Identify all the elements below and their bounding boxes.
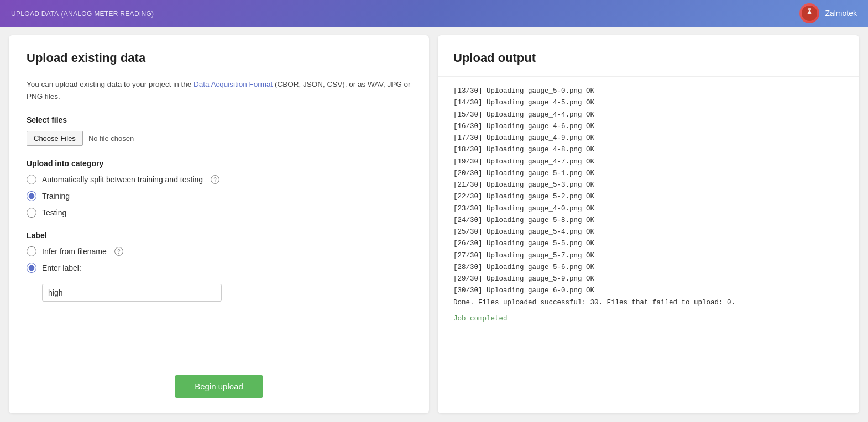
description: You can upload existing data to your pro… bbox=[27, 78, 411, 102]
category-radio-group: Automatically split between training and… bbox=[27, 175, 411, 218]
output-line: [17/30] Uploading gauge_4-9.png OK bbox=[453, 133, 844, 144]
radio-infer-filename-input[interactable] bbox=[27, 246, 36, 256]
file-section: Select files Choose Files No file chosen bbox=[27, 115, 411, 146]
label-section-title: Label bbox=[27, 231, 411, 240]
upload-btn-row: Begin upload bbox=[27, 353, 411, 398]
output-line: [16/30] Uploading gauge_4-6.png OK bbox=[453, 121, 844, 133]
radio-auto-split[interactable]: Automatically split between training and… bbox=[27, 175, 411, 184]
avatar bbox=[799, 3, 819, 23]
radio-testing[interactable]: Testing bbox=[27, 208, 411, 218]
daf-link[interactable]: Data Acquisition Format bbox=[194, 80, 273, 88]
radio-training-label: Training bbox=[42, 192, 70, 201]
output-line: [24/30] Uploading gauge_5-8.png OK bbox=[453, 215, 844, 226]
output-line: [23/30] Uploading gauge_4-0.png OK bbox=[453, 203, 844, 215]
app-subtitle: (ANALOG METER READING) bbox=[61, 10, 154, 18]
radio-enter-label[interactable]: Enter label: bbox=[27, 263, 411, 273]
radio-auto-split-label: Automatically split between training and… bbox=[42, 175, 203, 184]
output-line: [18/30] Uploading gauge_4-8.png OK bbox=[453, 144, 844, 156]
radio-infer-filename[interactable]: Infer from filename ? bbox=[27, 246, 411, 256]
svg-point-1 bbox=[808, 8, 811, 11]
radio-enter-label-input[interactable] bbox=[27, 263, 36, 273]
output-line: [27/30] Uploading gauge_5-7.png OK bbox=[453, 250, 844, 262]
app-name: UPLOAD DATA bbox=[11, 10, 59, 18]
app-header: UPLOAD DATA (ANALOG METER READING) Zalmo… bbox=[0, 0, 868, 27]
select-files-label: Select files bbox=[27, 115, 411, 124]
label-text-input[interactable] bbox=[42, 284, 222, 302]
infer-filename-help-icon[interactable]: ? bbox=[114, 247, 123, 256]
auto-split-help-icon[interactable]: ? bbox=[211, 175, 219, 184]
output-line: [22/30] Uploading gauge_5-2.png OK bbox=[453, 191, 844, 203]
output-line: [28/30] Uploading gauge_5-6.png OK bbox=[453, 262, 844, 273]
upload-form-panel: Upload existing data You can upload exis… bbox=[9, 35, 429, 413]
desc-prefix: You can upload existing data to your pro… bbox=[27, 80, 194, 88]
file-input-row: Choose Files No file chosen bbox=[27, 131, 411, 146]
output-line: [21/30] Uploading gauge_5-3.png OK bbox=[453, 180, 844, 191]
output-line: [13/30] Uploading gauge_5-0.png OK bbox=[453, 86, 844, 97]
user-menu[interactable]: Zalmotek bbox=[799, 3, 857, 23]
output-line: Done. Files uploaded successful: 30. Fil… bbox=[453, 297, 844, 309]
output-line: [25/30] Uploading gauge_5-4.png OK bbox=[453, 226, 844, 238]
upload-category-label: Upload into category bbox=[27, 159, 411, 168]
right-panel-title: Upload output bbox=[438, 35, 859, 77]
label-radio-group: Infer from filename ? Enter label: bbox=[27, 246, 411, 302]
begin-upload-button[interactable]: Begin upload bbox=[175, 375, 263, 398]
main-content: Upload existing data You can upload exis… bbox=[0, 27, 868, 422]
output-line: [26/30] Uploading gauge_5-5.png OK bbox=[453, 238, 844, 250]
radio-enter-label-text: Enter label: bbox=[42, 263, 81, 272]
radio-infer-filename-label: Infer from filename bbox=[42, 247, 107, 256]
output-line: [19/30] Uploading gauge_4-7.png OK bbox=[453, 156, 844, 168]
output-line: [15/30] Uploading gauge_4-4.png OK bbox=[453, 109, 844, 121]
output-line: [20/30] Uploading gauge_5-1.png OK bbox=[453, 168, 844, 180]
job-completed-text: Job completed bbox=[453, 313, 844, 325]
radio-training[interactable]: Training bbox=[27, 191, 411, 201]
username: Zalmotek bbox=[825, 9, 857, 18]
upload-output-panel: Upload output [13/30] Uploading gauge_5-… bbox=[438, 35, 859, 413]
label-section: Label Infer from filename ? Enter label: bbox=[27, 231, 411, 302]
output-line: [29/30] Uploading gauge_5-9.png OK bbox=[453, 273, 844, 285]
left-panel-title: Upload existing data bbox=[27, 51, 411, 65]
radio-training-input[interactable] bbox=[27, 191, 36, 201]
no-file-chosen-text: No file chosen bbox=[88, 134, 134, 143]
radio-auto-split-input[interactable] bbox=[27, 175, 36, 184]
radio-testing-input[interactable] bbox=[27, 208, 36, 218]
header-title: UPLOAD DATA (ANALOG METER READING) bbox=[11, 9, 154, 18]
category-section: Upload into category Automatically split… bbox=[27, 159, 411, 218]
radio-testing-label: Testing bbox=[42, 208, 66, 217]
output-line: [30/30] Uploading gauge_6-0.png OK bbox=[453, 285, 844, 297]
choose-files-button[interactable]: Choose Files bbox=[27, 131, 83, 146]
output-line: [14/30] Uploading gauge_4-5.png OK bbox=[453, 97, 844, 109]
output-log[interactable]: [13/30] Uploading gauge_5-0.png OK[14/30… bbox=[438, 77, 859, 413]
